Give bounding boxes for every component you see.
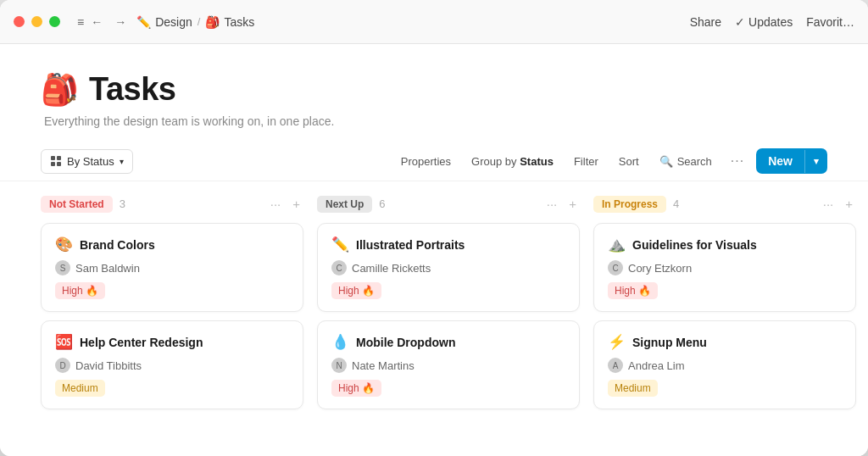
new-button[interactable]: New ▾	[756, 148, 827, 174]
titlebar: ≡ ← → ✏️ Design / 🎒 Tasks Share ✓ Update…	[0, 0, 868, 44]
new-button-label: New	[756, 148, 804, 174]
card-meta: CCory Etzkorn	[608, 260, 842, 275]
card-title: Help Center Redesign	[80, 336, 203, 349]
status-badge: Next Up	[317, 196, 372, 213]
close-button[interactable]	[14, 16, 25, 27]
backpack-icon: 🎒	[205, 15, 220, 29]
priority-badge: High 🔥	[331, 380, 381, 397]
card-title-row: 🆘Help Center Redesign	[55, 333, 289, 351]
priority-badge: High 🔥	[331, 282, 381, 299]
card-title-row: ⚡Signup Menu	[608, 333, 842, 351]
status-badge: In Progress	[593, 196, 666, 213]
avatar: D	[55, 358, 70, 373]
column-more-button[interactable]: ···	[820, 195, 837, 213]
back-button[interactable]: ←	[87, 14, 106, 31]
card-icon: ⚡	[608, 333, 626, 351]
pencil-icon: ✏️	[136, 15, 151, 29]
titlebar-actions: Share ✓ Updates Favorit…	[690, 15, 854, 29]
column-header-in-progress: In Progress4···+	[593, 195, 856, 213]
column-header-actions: ···+	[267, 195, 303, 213]
traffic-lights	[14, 16, 60, 27]
column-next-up: Next Up6···+✏️Illustrated PortraitsCCami…	[317, 195, 580, 442]
card-meta: AAndrea Lim	[608, 358, 842, 373]
breadcrumb: ✏️ Design / 🎒 Tasks	[136, 15, 690, 29]
forward-button[interactable]: →	[111, 14, 130, 31]
updates-button[interactable]: ✓ Updates	[735, 15, 793, 29]
column-count: 6	[379, 197, 385, 210]
page-title: Tasks	[89, 71, 175, 108]
card-title-row: ⛰️Guidelines for Visuals	[608, 236, 842, 253]
properties-button[interactable]: Properties	[394, 150, 458, 173]
card-title: Illustrated Portraits	[356, 238, 465, 252]
main-content: 🎒 Tasks Everything the design team is wo…	[0, 44, 868, 456]
card-icon: 💧	[331, 333, 349, 351]
sort-button[interactable]: Sort	[612, 150, 646, 173]
column-add-button[interactable]: +	[289, 195, 303, 213]
column-add-button[interactable]: +	[842, 195, 856, 213]
share-button[interactable]: Share	[690, 15, 721, 29]
column-header-actions: ···+	[543, 195, 580, 213]
card-assignee: Nate Martins	[352, 359, 415, 372]
card-assignee: Camille Ricketts	[352, 262, 431, 275]
status-badge: Not Started	[41, 196, 113, 213]
view-selector-button[interactable]: By Status ▾	[41, 149, 133, 174]
task-card[interactable]: 🎨Brand ColorsSSam BaldwinHigh 🔥	[41, 223, 303, 312]
breadcrumb-design[interactable]: ✏️ Design	[136, 15, 192, 29]
filter-button[interactable]: Filter	[567, 150, 605, 173]
card-assignee: Sam Baldwin	[75, 262, 140, 275]
card-title: Mobile Dropdown	[356, 336, 455, 349]
nav-controls: ← →	[87, 14, 130, 31]
card-title: Brand Colors	[80, 238, 155, 252]
column-add-button[interactable]: +	[565, 195, 580, 213]
app-window: ≡ ← → ✏️ Design / 🎒 Tasks Share ✓ Update…	[0, 0, 868, 456]
card-meta: SSam Baldwin	[55, 260, 289, 275]
column-count: 3	[120, 197, 125, 210]
task-card[interactable]: ⛰️Guidelines for VisualsCCory EtzkornHig…	[593, 223, 856, 312]
card-meta: DDavid Tibbitts	[55, 358, 289, 373]
svg-rect-2	[51, 162, 55, 166]
maximize-button[interactable]	[49, 16, 60, 27]
card-icon: ⛰️	[608, 236, 626, 253]
task-card[interactable]: 🆘Help Center RedesignDDavid TibbittsMedi…	[41, 320, 303, 409]
column-header-not-started: Not Started3···+	[41, 195, 303, 213]
group-by-button[interactable]: Group by Status	[465, 150, 560, 173]
task-card[interactable]: ✏️Illustrated PortraitsCCamille Ricketts…	[317, 223, 580, 312]
column-more-button[interactable]: ···	[267, 195, 285, 213]
priority-badge: High 🔥	[608, 282, 658, 299]
priority-badge: Medium	[55, 380, 105, 397]
card-title: Signup Menu	[632, 336, 707, 349]
column-count: 4	[673, 197, 679, 210]
search-icon: 🔍	[659, 155, 673, 168]
sidebar-toggle-button[interactable]: ≡	[74, 14, 87, 31]
card-assignee: Andrea Lim	[628, 359, 684, 372]
card-icon: 🆘	[55, 333, 73, 351]
search-button[interactable]: 🔍 Search	[653, 150, 719, 173]
breadcrumb-tasks[interactable]: 🎒 Tasks	[205, 15, 254, 29]
page-header: 🎒 Tasks Everything the design team is wo…	[0, 44, 868, 142]
card-icon: 🎨	[55, 236, 73, 253]
board: Not Started3···+🎨Brand ColorsSSam Baldwi…	[0, 181, 868, 456]
avatar: C	[331, 260, 347, 275]
toolbar: By Status ▾ Properties Group by Status F…	[0, 142, 868, 181]
column-more-button[interactable]: ···	[543, 195, 561, 213]
breadcrumb-separator: /	[198, 15, 201, 28]
more-options-button[interactable]: ···	[726, 150, 749, 172]
card-title-row: 💧Mobile Dropdown	[331, 333, 565, 351]
minimize-button[interactable]	[31, 16, 42, 27]
priority-badge: Medium	[608, 380, 658, 397]
card-title-row: ✏️Illustrated Portraits	[331, 236, 565, 253]
avatar: A	[608, 358, 623, 373]
avatar: N	[331, 358, 347, 373]
page-icon: 🎒	[41, 72, 79, 108]
task-card[interactable]: ⚡Signup MenuAAndrea LimMedium	[593, 320, 856, 409]
page-title-row: 🎒 Tasks	[41, 71, 827, 108]
check-icon: ✓	[735, 15, 745, 29]
task-card[interactable]: 💧Mobile DropdownNNate MartinsHigh 🔥	[317, 320, 580, 409]
column-header-next-up: Next Up6···+	[317, 195, 580, 213]
column-in-progress: In Progress4···+⛰️Guidelines for Visuals…	[593, 195, 856, 442]
card-meta: NNate Martins	[331, 358, 565, 373]
column-not-started: Not Started3···+🎨Brand ColorsSSam Baldwi…	[41, 195, 303, 442]
new-button-dropdown-arrow[interactable]: ▾	[804, 150, 827, 173]
favorites-button[interactable]: Favorit…	[806, 15, 854, 29]
avatar: C	[608, 260, 623, 275]
